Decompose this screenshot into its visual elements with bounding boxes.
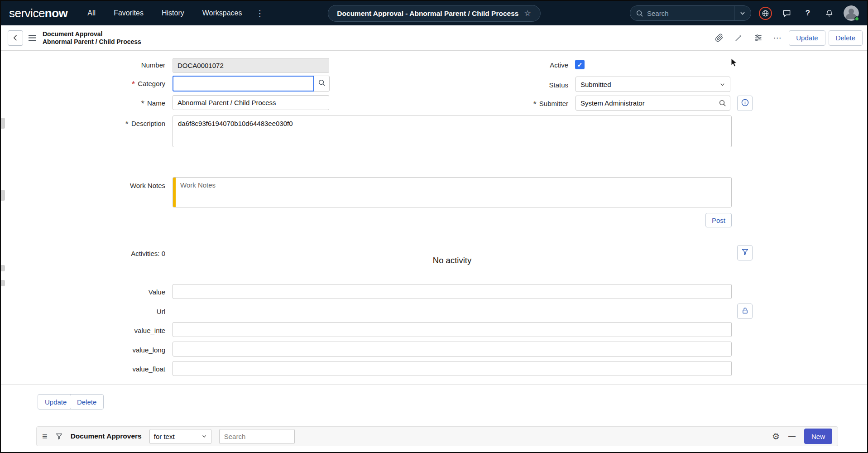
nav-item-workspaces[interactable]: Workspaces [202, 9, 242, 17]
number-label: Number [61, 60, 165, 69]
attachment-paperclip-icon[interactable] [711, 30, 727, 46]
left-edge-marker [1, 265, 5, 271]
mouse-cursor [731, 58, 738, 70]
collapse-list-icon[interactable]: — [788, 432, 796, 440]
related-list-header: ≡ Document Approvers for text ⚙ — New [36, 426, 838, 446]
top-navigation-bar: servicenow All Favorites History Workspa… [1, 1, 867, 25]
funnel-icon [741, 248, 749, 258]
description-field[interactable]: da6f8c93f6194070b10d64483ee030f0 [173, 116, 732, 147]
personalize-wand-icon[interactable] [730, 30, 747, 46]
related-list-filter-icon[interactable] [55, 433, 63, 440]
form-settings-sliders-icon[interactable] [750, 30, 766, 46]
active-checkbox[interactable]: ✓ [575, 60, 585, 69]
open-record-pill[interactable]: Document Approval - Abnormal Parent / Ch… [327, 5, 540, 22]
value-inte-label: value_inte [61, 326, 165, 335]
nav-item-history[interactable]: History [162, 9, 184, 17]
search-icon [636, 10, 643, 17]
submitter-field[interactable] [575, 96, 730, 111]
submitter-field-wrap [575, 96, 730, 111]
url-label: Url [61, 307, 165, 316]
value-label: Value [61, 287, 165, 296]
logo-now-text: now [45, 6, 68, 20]
activities-label: Activities: 0 [61, 249, 165, 258]
footer-delete-button[interactable]: Delete [70, 394, 104, 410]
check-icon: ✓ [577, 61, 583, 68]
help-icon[interactable]: ? [801, 6, 815, 20]
lock-icon [741, 307, 749, 316]
chevron-down-icon [201, 434, 207, 439]
required-asterisk-icon: * [141, 101, 144, 106]
description-label: *Description [61, 119, 165, 128]
category-lookup-button[interactable] [314, 76, 330, 92]
related-list-search-input[interactable] [219, 429, 295, 444]
related-list-menu-icon[interactable]: ≡ [42, 432, 48, 441]
left-edge-marker [1, 118, 5, 129]
form-header-actions: ⋯ Update Delete [711, 30, 863, 46]
category-label: *Category [61, 79, 165, 88]
status-label: Status [464, 80, 568, 89]
related-list-search-field-select[interactable]: for text [149, 429, 211, 444]
form-context-menu-icon[interactable] [28, 34, 37, 41]
favorite-star-icon[interactable]: ☆ [524, 9, 531, 18]
servicenow-logo[interactable]: servicenow [9, 6, 67, 20]
value-inte-field[interactable] [173, 322, 732, 337]
required-asterisk-icon: * [533, 102, 536, 106]
url-lock-button[interactable] [737, 304, 753, 319]
post-button[interactable]: Post [705, 213, 732, 227]
value-long-field[interactable] [173, 342, 732, 357]
form-header-bar: Document Approval Abnormal Parent / Chil… [1, 25, 867, 51]
primary-nav: All Favorites History Workspaces [87, 9, 242, 17]
connect-globe-icon[interactable] [759, 7, 772, 20]
back-button[interactable] [8, 30, 23, 46]
left-edge-marker [1, 190, 5, 201]
global-search-input[interactable] [643, 10, 734, 17]
nav-item-all[interactable]: All [87, 9, 96, 17]
no-activity-message: No activity [173, 255, 732, 265]
info-icon [741, 98, 749, 109]
logo-service-text: service [9, 6, 45, 20]
left-edge-marker [1, 280, 5, 286]
global-search [630, 5, 751, 21]
value-long-label: value_long [61, 345, 165, 354]
related-list-search-field-value: for text [154, 433, 175, 440]
update-button[interactable]: Update [789, 30, 825, 46]
more-options-icon[interactable]: ⋯ [769, 30, 786, 46]
new-record-button[interactable]: New [804, 429, 832, 444]
related-list-right-controls: ⚙ — New [772, 429, 832, 444]
search-icon [318, 79, 326, 88]
nav-more-menu-icon[interactable]: ⋮ [255, 8, 264, 19]
submitter-preview-button[interactable] [737, 96, 753, 111]
number-field[interactable] [173, 58, 329, 73]
status-select-value: Submitted [580, 81, 611, 88]
presence-status-dot [854, 16, 859, 21]
record-title: Document Approval Abnormal Parent / Chil… [43, 30, 141, 46]
category-field[interactable] [173, 76, 314, 92]
delete-button[interactable]: Delete [829, 30, 863, 46]
status-select[interactable]: Submitted [575, 77, 730, 92]
value-float-field[interactable] [173, 361, 732, 376]
header-right-controls: ? [630, 5, 859, 21]
footer-update-button[interactable]: Update [38, 394, 74, 410]
value-field[interactable] [173, 284, 732, 299]
activity-filter-button[interactable] [737, 245, 753, 260]
required-asterisk-icon: * [132, 82, 135, 87]
user-avatar[interactable] [844, 5, 859, 21]
name-field[interactable] [173, 95, 329, 110]
chat-icon[interactable] [780, 6, 793, 20]
required-asterisk-icon: * [125, 122, 129, 126]
work-notes-field[interactable] [176, 178, 731, 207]
nav-item-favorites[interactable]: Favorites [114, 9, 144, 17]
gear-icon[interactable]: ⚙ [772, 431, 780, 442]
form-footer-divider [1, 384, 867, 385]
related-list-title: Document Approvers [71, 432, 142, 440]
search-scope-dropdown[interactable] [734, 6, 751, 20]
record-name-label: Abnormal Parent / Child Process [43, 38, 141, 46]
notifications-bell-icon[interactable] [822, 6, 836, 20]
record-pill-label: Document Approval - Abnormal Parent / Ch… [337, 10, 518, 18]
work-notes-field-wrap [173, 177, 732, 207]
value-float-label: value_float [61, 364, 165, 373]
chevron-down-icon [719, 82, 725, 87]
servicenow-app-window: servicenow All Favorites History Workspa… [0, 0, 868, 453]
work-notes-label: Work Notes [61, 181, 165, 190]
active-label: Active [464, 60, 568, 69]
